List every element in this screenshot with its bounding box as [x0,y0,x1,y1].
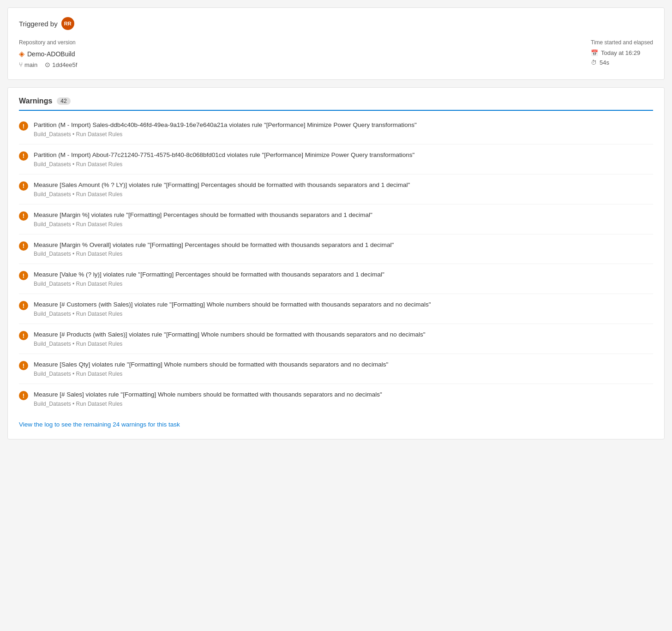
warning-icon: ! [19,121,28,131]
warning-content: Partition (M - Import) Sales-ddb4c40b-46… [34,121,653,138]
branch-item: ⑂ main [19,61,37,68]
warnings-header: Warnings 42 [19,97,653,111]
repo-name-row: ◈ Demo-ADOBuild [19,49,77,58]
time-started-row: 📅 Today at 16:29 [591,49,653,56]
time-section-label: Time started and elapsed [591,39,653,46]
warnings-title: Warnings [19,97,52,105]
warning-icon: ! [19,271,28,280]
warning-icon: ! [19,361,28,370]
warning-content: Measure [Value % (? ly)] violates rule "… [34,270,653,287]
repo-section-label: Repository and version [19,39,77,46]
warning-content: Measure [Margin % Overall] violates rule… [34,241,653,258]
warning-sub: Build_Datasets • Run Dataset Rules [34,221,653,228]
warning-icon: ! [19,151,28,161]
warning-message: Measure [# Products (with Sales)] violat… [34,331,653,339]
warning-sub: Build_Datasets • Run Dataset Rules [34,161,653,168]
warning-sub: Build_Datasets • Run Dataset Rules [34,341,653,347]
warning-content: Measure [# Customers (with Sales)] viola… [34,300,653,317]
warning-icon: ! [19,211,28,221]
warning-item: !Measure [# Products (with Sales)] viola… [19,324,653,354]
warning-content: Partition (M - Import) About-77c21240-77… [34,151,653,168]
warning-item: !Measure [Sales Qty] violates rule "[For… [19,354,653,384]
warning-item: !Measure [Margin %] violates rule "[Form… [19,204,653,234]
warning-sub: Build_Datasets • Run Dataset Rules [34,281,653,287]
warning-message: Partition (M - Import) About-77c21240-77… [34,151,653,160]
warning-item: !Measure [# Sales] violates rule "[Forma… [19,384,653,414]
warning-sub: Build_Datasets • Run Dataset Rules [34,131,653,138]
warning-sub: Build_Datasets • Run Dataset Rules [34,311,653,317]
warning-sub: Build_Datasets • Run Dataset Rules [34,401,653,407]
warning-content: Measure [# Sales] violates rule "[Format… [34,391,653,407]
warning-item: !Measure [Value % (? ly)] violates rule … [19,264,653,294]
triggered-card: Triggered by RR Repository and version ◈… [7,7,665,80]
warning-item: !Measure [Sales Amount (% ? LY)] violate… [19,174,653,204]
warning-message: Measure [Value % (? ly)] violates rule "… [34,270,653,279]
triggered-by-row: Triggered by RR [19,17,653,30]
repo-section: Repository and version ◈ Demo-ADOBuild ⑂… [19,39,77,68]
warning-item: !Measure [Margin % Overall] violates rul… [19,234,653,264]
branch-name: main [24,61,37,68]
branch-icon: ⑂ [19,61,23,68]
avatar: RR [61,17,74,30]
warning-item: !Partition (M - Import) Sales-ddb4c40b-4… [19,114,653,144]
triggered-label: Triggered by [19,20,58,28]
warning-icon: ! [19,241,28,251]
warning-sub: Build_Datasets • Run Dataset Rules [34,251,653,257]
warning-content: Measure [Sales Qty] violates rule "[Form… [34,361,653,377]
calendar-icon: 📅 [591,49,598,56]
warnings-count-badge: 42 [57,97,70,105]
time-started: Today at 16:29 [601,49,640,56]
warning-message: Measure [# Customers (with Sales)] viola… [34,300,653,309]
meta-row: Repository and version ◈ Demo-ADOBuild ⑂… [19,39,653,68]
warning-message: Measure [Margin % Overall] violates rule… [34,241,653,250]
warning-content: Measure [Margin %] violates rule "[Forma… [34,211,653,228]
warning-message: Measure [Sales Amount (% ? LY)] violates… [34,181,653,190]
commit-icon: ⊙ [45,61,50,68]
repo-name: Demo-ADOBuild [27,50,75,58]
commit-hash: 1dd4ee5f [52,61,77,68]
warning-item: !Measure [# Customers (with Sales)] viol… [19,294,653,324]
warning-icon: ! [19,331,28,340]
warning-content: Measure [Sales Amount (% ? LY)] violates… [34,181,653,198]
warning-message: Measure [Margin %] violates rule "[Forma… [34,211,653,220]
time-elapsed: 54s [600,59,609,66]
warning-icon: ! [19,181,28,191]
clock-icon: ⏱ [591,59,597,66]
warning-message: Partition (M - Import) Sales-ddb4c40b-46… [34,121,653,130]
commit-item: ⊙ 1dd4ee5f [45,61,77,68]
warning-message: Measure [Sales Qty] violates rule "[Form… [34,361,653,369]
warning-sub: Build_Datasets • Run Dataset Rules [34,371,653,377]
time-elapsed-row: ⏱ 54s [591,59,653,66]
warning-icon: ! [19,301,28,310]
warning-sub: Build_Datasets • Run Dataset Rules [34,191,653,198]
warning-message: Measure [# Sales] violates rule "[Format… [34,391,653,399]
warning-item: !Partition (M - Import) About-77c21240-7… [19,144,653,174]
time-section: Time started and elapsed 📅 Today at 16:2… [591,39,653,66]
warning-icon: ! [19,391,28,400]
view-log-link[interactable]: View the log to see the remaining 24 war… [19,421,180,428]
warning-content: Measure [# Products (with Sales)] violat… [34,331,653,347]
warning-list: !Partition (M - Import) Sales-ddb4c40b-4… [19,114,653,414]
warnings-card: Warnings 42 !Partition (M - Import) Sale… [7,87,665,439]
branch-commit-row: ⑂ main ⊙ 1dd4ee5f [19,61,77,68]
repo-icon: ◈ [19,49,24,58]
